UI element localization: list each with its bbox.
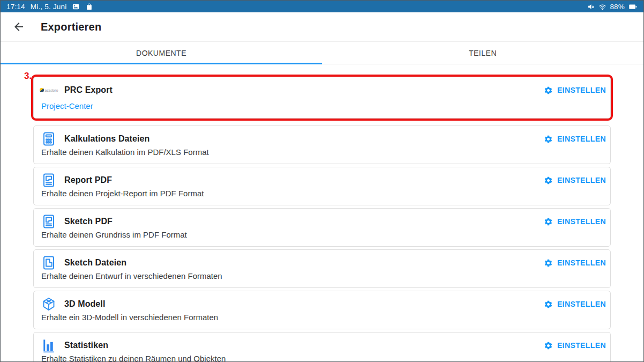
export-subtitle: Erhalte deinen Entwurf in verschiedenen … bbox=[41, 271, 222, 280]
export-title: Sketch PDF bbox=[64, 217, 113, 226]
status-time: 17:14 bbox=[6, 3, 25, 11]
einstellen-button[interactable]: EINSTELLEN bbox=[544, 341, 606, 350]
einstellen-button[interactable]: EINSTELLEN bbox=[544, 300, 606, 309]
export-row[interactable]: Sketch Dateien EINSTELLEN Erhalte deinen… bbox=[33, 249, 611, 288]
row-icon-slot bbox=[41, 131, 57, 147]
gear-icon bbox=[544, 258, 553, 268]
export-subtitle: Erhalte Statistiken zu deinen Räumen und… bbox=[41, 354, 226, 362]
einstellen-label: EINSTELLEN bbox=[557, 135, 606, 143]
export-title: Statistiken bbox=[64, 341, 108, 350]
status-date: Mi., 5. Juni bbox=[31, 3, 67, 11]
calculator-icon bbox=[41, 131, 57, 147]
tab-bar: DOKUMENTE TEILEN bbox=[1, 42, 643, 64]
einstellen-label: EINSTELLEN bbox=[557, 341, 606, 350]
einstellen-button[interactable]: EINSTELLEN bbox=[544, 217, 606, 226]
gear-icon bbox=[544, 176, 553, 185]
export-row[interactable]: 3D Modell EINSTELLEN Erhalte ein 3D-Mode… bbox=[33, 291, 611, 329]
einstellen-button[interactable]: EINSTELLEN bbox=[544, 176, 606, 185]
einstellen-label: EINSTELLEN bbox=[557, 258, 606, 267]
photo-icon bbox=[72, 3, 80, 11]
export-row[interactable]: acadoro PRC Export EINSTELLEN Project-Ce… bbox=[33, 77, 611, 119]
row-icon-slot bbox=[41, 296, 57, 312]
export-subtitle: Erhalte ein 3D-Modell in verschiedenen F… bbox=[41, 313, 218, 322]
cube-3d-icon bbox=[41, 296, 57, 312]
export-subtitle: Erhalte deinen Kalkulation im PDF/XLS Fo… bbox=[41, 147, 209, 157]
gear-icon bbox=[544, 300, 553, 309]
row-icon-slot bbox=[41, 213, 57, 230]
gear-icon bbox=[544, 135, 553, 144]
einstellen-button[interactable]: EINSTELLEN bbox=[544, 258, 606, 268]
gear-icon bbox=[544, 86, 553, 95]
einstellen-label: EINSTELLEN bbox=[557, 300, 606, 308]
export-subtitle: Erhalte deinen Projekt-Report im PDF For… bbox=[41, 189, 204, 198]
export-subtitle: Erhalte deinen Grundriss im PDF Format bbox=[41, 230, 187, 239]
export-list: 3. acadoro PRC Export EINSTELLEN Project… bbox=[1, 64, 643, 362]
gear-icon bbox=[544, 341, 553, 350]
floorplan-file-icon bbox=[41, 255, 57, 271]
bag-icon bbox=[85, 3, 93, 11]
export-title: Report PDF bbox=[64, 175, 112, 185]
export-title: 3D Modell bbox=[64, 299, 105, 309]
gear-icon bbox=[544, 217, 553, 226]
export-title: Kalkulations Dateien bbox=[64, 134, 149, 144]
back-button[interactable] bbox=[12, 20, 25, 33]
einstellen-button[interactable]: EINSTELLEN bbox=[544, 135, 606, 144]
tab-dokumente[interactable]: DOKUMENTE bbox=[1, 42, 322, 64]
battery-percent: 88% bbox=[610, 3, 625, 11]
einstellen-button[interactable]: EINSTELLEN bbox=[544, 86, 606, 95]
page-title: Exportieren bbox=[41, 21, 101, 33]
einstellen-label: EINSTELLEN bbox=[557, 176, 606, 184]
status-bar: 17:14 Mi., 5. Juni 88% bbox=[1, 1, 643, 12]
bar-chart-icon bbox=[41, 337, 57, 353]
step-annotation: 3. bbox=[24, 71, 32, 82]
row-icon-slot: acadoro bbox=[41, 82, 57, 98]
tab-teilen[interactable]: TEILEN bbox=[322, 42, 643, 64]
battery-icon bbox=[628, 3, 638, 11]
row-icon-slot bbox=[41, 172, 57, 188]
export-row[interactable]: Sketch PDF EINSTELLEN Erhalte deinen Gru… bbox=[33, 208, 611, 247]
export-row[interactable]: Report PDF EINSTELLEN Erhalte deinen Pro… bbox=[33, 167, 611, 205]
row-icon-slot bbox=[41, 337, 57, 353]
einstellen-label: EINSTELLEN bbox=[557, 86, 606, 94]
export-title: Sketch Dateien bbox=[64, 258, 126, 268]
acadoro-logo: acadoro bbox=[40, 88, 58, 92]
document-report-icon bbox=[41, 172, 57, 188]
row-icon-slot bbox=[41, 255, 57, 271]
mute-icon bbox=[587, 3, 595, 11]
app-bar: Exportieren bbox=[1, 12, 643, 42]
project-center-link[interactable]: Project-Center bbox=[41, 101, 93, 110]
export-row[interactable]: Kalkulations Dateien EINSTELLEN Erhalte … bbox=[33, 125, 611, 164]
document-sketch-icon bbox=[41, 213, 57, 230]
back-arrow-icon bbox=[12, 20, 25, 33]
export-title: PRC Export bbox=[64, 85, 113, 95]
wifi-icon bbox=[598, 3, 606, 11]
einstellen-label: EINSTELLEN bbox=[557, 217, 606, 226]
export-row[interactable]: Statistiken EINSTELLEN Erhalte Statistik… bbox=[33, 332, 611, 362]
